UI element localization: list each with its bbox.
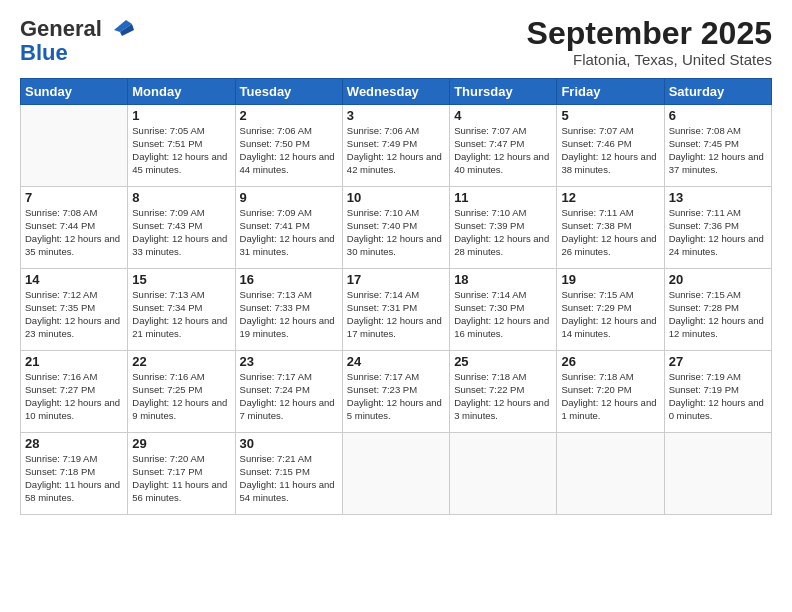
day-info: Sunrise: 7:06 AM Sunset: 7:50 PM Dayligh… xyxy=(240,125,338,176)
calendar-day: 24Sunrise: 7:17 AM Sunset: 7:23 PM Dayli… xyxy=(342,351,449,433)
day-info: Sunrise: 7:10 AM Sunset: 7:39 PM Dayligh… xyxy=(454,207,552,258)
calendar-day: 27Sunrise: 7:19 AM Sunset: 7:19 PM Dayli… xyxy=(664,351,771,433)
day-number: 19 xyxy=(561,272,659,287)
day-info: Sunrise: 7:09 AM Sunset: 7:41 PM Dayligh… xyxy=(240,207,338,258)
title-block: September 2025 Flatonia, Texas, United S… xyxy=(527,16,772,68)
day-info: Sunrise: 7:19 AM Sunset: 7:18 PM Dayligh… xyxy=(25,453,123,504)
calendar-day: 16Sunrise: 7:13 AM Sunset: 7:33 PM Dayli… xyxy=(235,269,342,351)
calendar-day: 30Sunrise: 7:21 AM Sunset: 7:15 PM Dayli… xyxy=(235,433,342,515)
day-number: 4 xyxy=(454,108,552,123)
day-number: 14 xyxy=(25,272,123,287)
calendar-day xyxy=(21,105,128,187)
calendar-day: 2Sunrise: 7:06 AM Sunset: 7:50 PM Daylig… xyxy=(235,105,342,187)
calendar-day: 25Sunrise: 7:18 AM Sunset: 7:22 PM Dayli… xyxy=(450,351,557,433)
calendar-header-row: Sunday Monday Tuesday Wednesday Thursday… xyxy=(21,79,772,105)
day-number: 7 xyxy=(25,190,123,205)
col-wednesday: Wednesday xyxy=(342,79,449,105)
day-number: 26 xyxy=(561,354,659,369)
col-friday: Friday xyxy=(557,79,664,105)
calendar-day: 18Sunrise: 7:14 AM Sunset: 7:30 PM Dayli… xyxy=(450,269,557,351)
day-number: 30 xyxy=(240,436,338,451)
day-info: Sunrise: 7:14 AM Sunset: 7:31 PM Dayligh… xyxy=(347,289,445,340)
calendar-day: 3Sunrise: 7:06 AM Sunset: 7:49 PM Daylig… xyxy=(342,105,449,187)
calendar-day: 29Sunrise: 7:20 AM Sunset: 7:17 PM Dayli… xyxy=(128,433,235,515)
day-info: Sunrise: 7:11 AM Sunset: 7:38 PM Dayligh… xyxy=(561,207,659,258)
calendar-day xyxy=(450,433,557,515)
calendar-week-0: 1Sunrise: 7:05 AM Sunset: 7:51 PM Daylig… xyxy=(21,105,772,187)
day-number: 18 xyxy=(454,272,552,287)
logo-text: General xyxy=(20,16,102,42)
day-info: Sunrise: 7:07 AM Sunset: 7:47 PM Dayligh… xyxy=(454,125,552,176)
calendar-day: 11Sunrise: 7:10 AM Sunset: 7:39 PM Dayli… xyxy=(450,187,557,269)
day-number: 3 xyxy=(347,108,445,123)
day-info: Sunrise: 7:08 AM Sunset: 7:45 PM Dayligh… xyxy=(669,125,767,176)
day-info: Sunrise: 7:15 AM Sunset: 7:29 PM Dayligh… xyxy=(561,289,659,340)
calendar-week-3: 21Sunrise: 7:16 AM Sunset: 7:27 PM Dayli… xyxy=(21,351,772,433)
page: General Blue September 2025 Flatonia, Te… xyxy=(0,0,792,612)
logo: General Blue xyxy=(20,16,134,66)
col-saturday: Saturday xyxy=(664,79,771,105)
day-info: Sunrise: 7:17 AM Sunset: 7:24 PM Dayligh… xyxy=(240,371,338,422)
day-number: 12 xyxy=(561,190,659,205)
day-number: 6 xyxy=(669,108,767,123)
day-number: 22 xyxy=(132,354,230,369)
calendar-day: 8Sunrise: 7:09 AM Sunset: 7:43 PM Daylig… xyxy=(128,187,235,269)
calendar-day: 21Sunrise: 7:16 AM Sunset: 7:27 PM Dayli… xyxy=(21,351,128,433)
calendar-day: 5Sunrise: 7:07 AM Sunset: 7:46 PM Daylig… xyxy=(557,105,664,187)
calendar-day: 10Sunrise: 7:10 AM Sunset: 7:40 PM Dayli… xyxy=(342,187,449,269)
day-number: 23 xyxy=(240,354,338,369)
calendar-day: 6Sunrise: 7:08 AM Sunset: 7:45 PM Daylig… xyxy=(664,105,771,187)
col-thursday: Thursday xyxy=(450,79,557,105)
day-number: 15 xyxy=(132,272,230,287)
calendar-day: 12Sunrise: 7:11 AM Sunset: 7:38 PM Dayli… xyxy=(557,187,664,269)
calendar-day: 23Sunrise: 7:17 AM Sunset: 7:24 PM Dayli… xyxy=(235,351,342,433)
day-info: Sunrise: 7:08 AM Sunset: 7:44 PM Dayligh… xyxy=(25,207,123,258)
day-info: Sunrise: 7:16 AM Sunset: 7:27 PM Dayligh… xyxy=(25,371,123,422)
day-info: Sunrise: 7:20 AM Sunset: 7:17 PM Dayligh… xyxy=(132,453,230,504)
calendar-week-4: 28Sunrise: 7:19 AM Sunset: 7:18 PM Dayli… xyxy=(21,433,772,515)
day-number: 13 xyxy=(669,190,767,205)
day-info: Sunrise: 7:16 AM Sunset: 7:25 PM Dayligh… xyxy=(132,371,230,422)
col-monday: Monday xyxy=(128,79,235,105)
col-sunday: Sunday xyxy=(21,79,128,105)
day-number: 24 xyxy=(347,354,445,369)
day-info: Sunrise: 7:18 AM Sunset: 7:22 PM Dayligh… xyxy=(454,371,552,422)
day-number: 2 xyxy=(240,108,338,123)
calendar-body: 1Sunrise: 7:05 AM Sunset: 7:51 PM Daylig… xyxy=(21,105,772,515)
day-number: 28 xyxy=(25,436,123,451)
day-info: Sunrise: 7:09 AM Sunset: 7:43 PM Dayligh… xyxy=(132,207,230,258)
day-info: Sunrise: 7:18 AM Sunset: 7:20 PM Dayligh… xyxy=(561,371,659,422)
day-info: Sunrise: 7:06 AM Sunset: 7:49 PM Dayligh… xyxy=(347,125,445,176)
day-number: 17 xyxy=(347,272,445,287)
day-info: Sunrise: 7:17 AM Sunset: 7:23 PM Dayligh… xyxy=(347,371,445,422)
day-info: Sunrise: 7:12 AM Sunset: 7:35 PM Dayligh… xyxy=(25,289,123,340)
calendar-day: 13Sunrise: 7:11 AM Sunset: 7:36 PM Dayli… xyxy=(664,187,771,269)
calendar-day: 19Sunrise: 7:15 AM Sunset: 7:29 PM Dayli… xyxy=(557,269,664,351)
page-subtitle: Flatonia, Texas, United States xyxy=(527,51,772,68)
calendar-day: 20Sunrise: 7:15 AM Sunset: 7:28 PM Dayli… xyxy=(664,269,771,351)
day-number: 25 xyxy=(454,354,552,369)
day-number: 21 xyxy=(25,354,123,369)
day-number: 29 xyxy=(132,436,230,451)
page-title: September 2025 xyxy=(527,16,772,51)
calendar-day: 14Sunrise: 7:12 AM Sunset: 7:35 PM Dayli… xyxy=(21,269,128,351)
day-number: 1 xyxy=(132,108,230,123)
calendar-week-2: 14Sunrise: 7:12 AM Sunset: 7:35 PM Dayli… xyxy=(21,269,772,351)
day-info: Sunrise: 7:13 AM Sunset: 7:34 PM Dayligh… xyxy=(132,289,230,340)
calendar-day xyxy=(664,433,771,515)
day-number: 5 xyxy=(561,108,659,123)
day-info: Sunrise: 7:14 AM Sunset: 7:30 PM Dayligh… xyxy=(454,289,552,340)
calendar-day: 15Sunrise: 7:13 AM Sunset: 7:34 PM Dayli… xyxy=(128,269,235,351)
day-info: Sunrise: 7:13 AM Sunset: 7:33 PM Dayligh… xyxy=(240,289,338,340)
logo-blue-text: Blue xyxy=(20,40,68,65)
day-number: 9 xyxy=(240,190,338,205)
day-info: Sunrise: 7:21 AM Sunset: 7:15 PM Dayligh… xyxy=(240,453,338,504)
day-info: Sunrise: 7:10 AM Sunset: 7:40 PM Dayligh… xyxy=(347,207,445,258)
calendar-day: 7Sunrise: 7:08 AM Sunset: 7:44 PM Daylig… xyxy=(21,187,128,269)
day-info: Sunrise: 7:19 AM Sunset: 7:19 PM Dayligh… xyxy=(669,371,767,422)
day-number: 16 xyxy=(240,272,338,287)
calendar-day: 1Sunrise: 7:05 AM Sunset: 7:51 PM Daylig… xyxy=(128,105,235,187)
calendar-week-1: 7Sunrise: 7:08 AM Sunset: 7:44 PM Daylig… xyxy=(21,187,772,269)
calendar-day: 4Sunrise: 7:07 AM Sunset: 7:47 PM Daylig… xyxy=(450,105,557,187)
calendar-day xyxy=(557,433,664,515)
